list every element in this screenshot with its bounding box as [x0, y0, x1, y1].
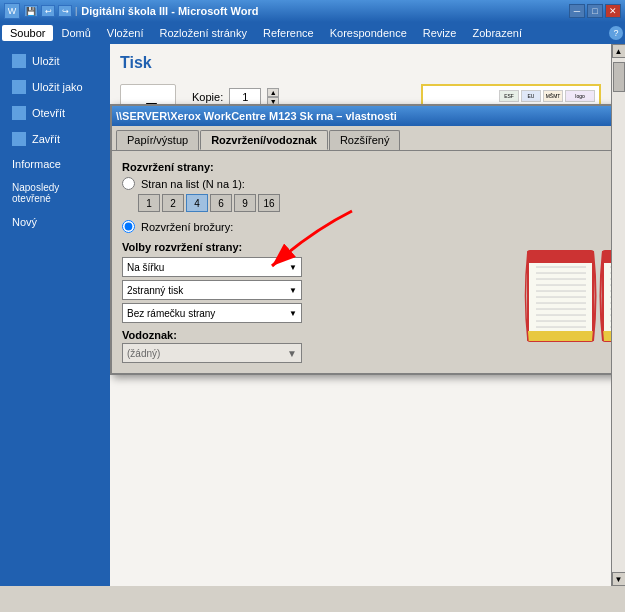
toolbar-icon-2[interactable]: ↩: [41, 5, 55, 17]
select-arrow-1: ▼: [289, 263, 297, 272]
rozvrzeni-group: Rozvržení strany: Stran na list (N na 1)…: [122, 161, 611, 212]
window-title: Digitální škola III - Microsoft Word: [81, 5, 258, 17]
vodoznak-arrow: ▼: [287, 348, 297, 359]
toolbar-icon-1[interactable]: 💾: [24, 5, 38, 17]
toolbar-separator: |: [75, 6, 77, 16]
scroll-track[interactable]: [612, 58, 626, 572]
menu-item-zobrazeni[interactable]: Zobrazení: [464, 25, 530, 41]
menu-item-vlozeni[interactable]: Vložení: [99, 25, 152, 41]
select-na-sirku[interactable]: Na šířku ▼: [122, 257, 302, 277]
booklet-preview: [518, 231, 611, 391]
open-icon: [12, 106, 26, 120]
maximize-button[interactable]: □: [587, 4, 603, 18]
sidebar-item-informace[interactable]: Informace: [0, 152, 110, 176]
logo-esf: ESF: [499, 90, 519, 102]
print-area: Tisk 🖨 Tisk Kopie: 1 ▲ ▼ ESF: [110, 44, 611, 586]
svg-rect-28: [603, 331, 611, 341]
close-button[interactable]: ✕: [605, 4, 621, 18]
scroll-up-button[interactable]: ▲: [612, 44, 626, 58]
sidebar-item-novy[interactable]: Nový: [0, 210, 110, 234]
radio-stran-label: Stran na list (N na 1):: [141, 178, 245, 190]
app-icon: W: [4, 3, 20, 19]
main-content: Uložit Uložit jako Otevřít Zavřít Inform…: [0, 44, 625, 586]
select-arrow-2: ▼: [289, 286, 297, 295]
sidebar: Uložit Uložit jako Otevřít Zavřít Inform…: [0, 44, 110, 586]
page-btn-16[interactable]: 16: [258, 194, 280, 212]
tab-rozsireny[interactable]: Rozšířený: [329, 130, 401, 150]
vodoznak-input[interactable]: (žádný) ▼: [122, 343, 302, 363]
scroll-thumb[interactable]: [613, 62, 625, 92]
pages-buttons: 1 2 4 6 9 16: [138, 194, 611, 212]
logo-vvv: logo: [565, 90, 595, 102]
logo-eu: EU: [521, 90, 541, 102]
sidebar-item-naposledy[interactable]: Naposledy otevřené: [0, 176, 110, 210]
radio-row-1: Stran na list (N na 1):: [122, 177, 611, 190]
scroll-down-button[interactable]: ▼: [612, 572, 626, 586]
toolbar-icon-3[interactable]: ↪: [58, 5, 72, 17]
copies-label: Kopie:: [192, 91, 223, 103]
svg-rect-26: [603, 251, 611, 263]
booklet-svg: [518, 231, 611, 391]
radio-stran-na-list[interactable]: [122, 177, 135, 190]
menu-item-soubor[interactable]: Soubor: [2, 25, 53, 41]
select-arrow-3: ▼: [289, 309, 297, 318]
svg-rect-25: [528, 251, 593, 263]
menu-item-domu[interactable]: Domů: [53, 25, 98, 41]
select-2stranný[interactable]: 2stranný tisk ▼: [122, 280, 302, 300]
page-btn-6[interactable]: 6: [210, 194, 232, 212]
sidebar-item-ulozit-jako[interactable]: Uložit jako: [0, 74, 110, 100]
sidebar-item-ulozit[interactable]: Uložit: [0, 48, 110, 74]
scrollbar: ▲ ▼: [611, 44, 625, 586]
page-btn-1[interactable]: 1: [138, 194, 160, 212]
menu-item-revize[interactable]: Revize: [415, 25, 465, 41]
rozvrzeni-label: Rozvržení strany:: [122, 161, 611, 173]
logo-msmt: MŠMT: [543, 90, 563, 102]
menu-bar: Soubor Domů Vložení Rozložení stránky Re…: [0, 22, 625, 44]
close-doc-icon: [12, 132, 26, 146]
svg-rect-27: [528, 331, 593, 341]
menu-item-korespondence[interactable]: Korespondence: [322, 25, 415, 41]
menu-item-reference[interactable]: Reference: [255, 25, 322, 41]
dialog-title-bar: \\SERVER\Xerox WorkCentre M123 Sk rna – …: [112, 106, 611, 126]
svg-rect-2: [603, 251, 611, 341]
copies-up[interactable]: ▲: [267, 88, 279, 97]
page-btn-9[interactable]: 9: [234, 194, 256, 212]
page-btn-4[interactable]: 4: [186, 194, 208, 212]
save-icon: [12, 54, 26, 68]
preview-logos: ESF EU MŠMT logo: [427, 90, 595, 102]
select-ramecek[interactable]: Bez rámečku strany ▼: [122, 303, 302, 323]
help-button[interactable]: ?: [609, 26, 623, 40]
tab-papir-vystup[interactable]: Papír/výstup: [116, 130, 199, 150]
printer-properties-dialog: \\SERVER\Xerox WorkCentre M123 Sk rna – …: [110, 104, 611, 375]
minimize-button[interactable]: ─: [569, 4, 585, 18]
radio-brozura-label: Rozvržení brožury:: [141, 221, 233, 233]
dialog-box: \\SERVER\Xerox WorkCentre M123 Sk rna – …: [110, 104, 611, 375]
dialog-tabs: Papír/výstup Rozvržení/vodoznak Rozšířen…: [112, 126, 611, 150]
menu-item-rozlozeni[interactable]: Rozložení stránky: [152, 25, 255, 41]
sidebar-item-zavrit[interactable]: Zavřít: [0, 126, 110, 152]
window-controls: ─ □ ✕: [569, 4, 621, 18]
save-as-icon: [12, 80, 26, 94]
page-btn-2[interactable]: 2: [162, 194, 184, 212]
tab-rozvrzeni-vodoznak[interactable]: Rozvržení/vodoznak: [200, 130, 328, 150]
dialog-body: Rozvržení strany: Stran na list (N na 1)…: [112, 150, 611, 373]
title-bar-left: W 💾 ↩ ↪ | Digitální škola III - Microsof…: [4, 3, 258, 19]
print-title: Tisk: [120, 54, 601, 72]
dialog-title-text: \\SERVER\Xerox WorkCentre M123 Sk rna – …: [116, 110, 397, 122]
title-bar: W 💾 ↩ ↪ | Digitální škola III - Microsof…: [0, 0, 625, 22]
sidebar-item-otevrit[interactable]: Otevřít: [0, 100, 110, 126]
radio-brozura[interactable]: [122, 220, 135, 233]
